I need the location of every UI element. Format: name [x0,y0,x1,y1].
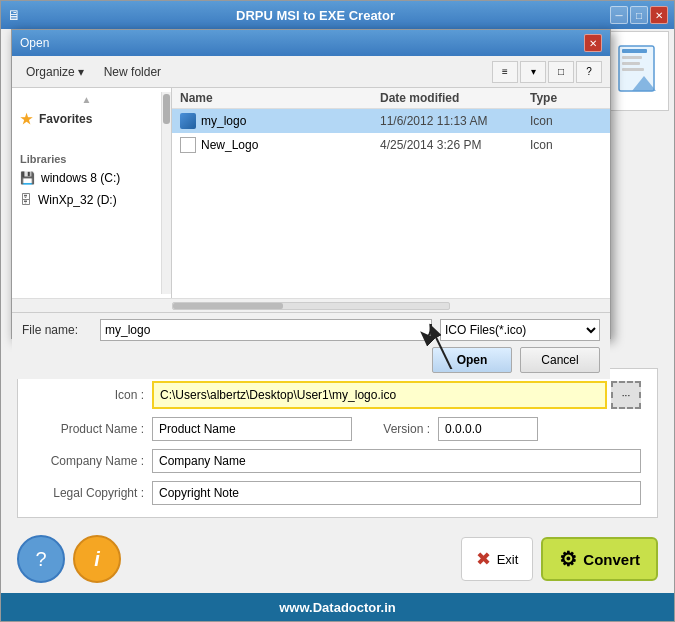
svg-rect-3 [622,62,640,65]
file-name-cell: my_logo [180,113,380,129]
star-icon: ★ [20,111,33,127]
legal-copyright-row: Legal Copyright : [34,481,641,505]
maximize-button[interactable]: □ [630,6,648,24]
file-row[interactable]: my_logo 11/6/2012 11:13 AM Icon [172,109,610,133]
dialog-body: ▲ ★ Favorites Libraries 💾 windows 8 (C:) [12,88,610,298]
dialog-title: Open [20,36,49,50]
view-dropdown-button[interactable]: ▾ [520,61,546,83]
drive-icon: 💾 [20,171,35,185]
column-name: Name [180,91,380,105]
icon-input-group: ··· [152,381,641,409]
network-drive-icon: 🗄 [20,193,32,207]
footer-bar: www.Datadoctor.in [1,593,674,621]
left-buttons: ? i [17,535,121,583]
dialog-toolbar: Organize ▾ New folder ≡ ▾ □ ? [12,56,610,88]
convert-label: Convert [583,551,640,568]
file-name-row: File name: ICO Files(*.ico) [22,319,600,341]
convert-icon: ⚙ [559,547,577,571]
version-label: Version : [360,422,430,436]
main-window: 🖥 DRPU MSI to EXE Creator ─ □ ✕ Open ✕ O… [0,0,675,622]
company-name-input[interactable] [152,449,641,473]
icon-browse-button[interactable]: ··· [611,381,641,409]
view-preview-button[interactable]: □ [548,61,574,83]
app-icon: 🖥 [7,7,21,23]
nav-winxp-drive[interactable]: 🗄 WinXp_32 (D:) [12,189,161,211]
window-controls: ─ □ ✕ [610,6,668,24]
exit-icon: ✖ [476,548,491,570]
file-icon [180,113,196,129]
main-titlebar: 🖥 DRPU MSI to EXE Creator ─ □ ✕ [1,1,674,29]
dialog-actions: Open Cancel [22,347,600,373]
open-dialog: Open ✕ Organize ▾ New folder ≡ ▾ □ ? [11,29,611,339]
version-input[interactable] [438,417,538,441]
exit-label: Exit [497,552,519,567]
horizontal-scrollbar[interactable] [12,298,610,312]
view-buttons: ≡ ▾ □ ? [492,61,602,83]
blank-file-icon [180,137,196,153]
company-name-label: Company Name : [34,454,144,468]
file-list-header: Name Date modified Type [172,88,610,109]
cancel-button[interactable]: Cancel [520,347,600,373]
file-pane: Name Date modified Type my_logo 11/6/201… [172,88,610,298]
help-button[interactable]: ? [17,535,65,583]
open-button[interactable]: Open [432,347,512,373]
nav-favorites[interactable]: ★ Favorites [12,107,161,131]
legal-copyright-input[interactable] [152,481,641,505]
file-type-cell: Icon [530,114,602,128]
column-type: Type [530,91,602,105]
svg-rect-1 [622,49,647,53]
legal-copyright-label: Legal Copyright : [34,486,144,500]
file-type-select[interactable]: ICO Files(*.ico) [440,319,600,341]
view-details-button[interactable]: ≡ [492,61,518,83]
form-section: Icon : ··· Product Name : Version : Comp… [17,368,658,518]
dialog-titlebar: Open ✕ [12,30,610,56]
nav-windows-drive[interactable]: 💾 windows 8 (C:) [12,167,161,189]
dialog-close-button[interactable]: ✕ [584,34,602,52]
nav-scrollbar-thumb[interactable] [163,94,170,124]
organize-button[interactable]: Organize ▾ [20,62,90,82]
product-name-label: Product Name : [34,422,144,436]
product-version-row: Product Name : Version : [34,417,641,441]
close-button[interactable]: ✕ [650,6,668,24]
file-date-cell: 11/6/2012 11:13 AM [380,114,530,128]
dropdown-arrow-icon: ▾ [78,65,84,79]
icon-form-row: Icon : ··· [34,381,641,409]
libraries-header: Libraries [12,151,161,167]
file-date-cell: 4/25/2014 3:26 PM [380,138,530,152]
app-logo [609,31,669,111]
svg-rect-4 [622,68,644,71]
icon-path-input[interactable] [152,381,607,409]
column-date: Date modified [380,91,530,105]
footer-url: www.Datadoctor.in [279,600,396,615]
info-button[interactable]: i [73,535,121,583]
main-title: DRPU MSI to EXE Creator [21,8,610,23]
view-help-button[interactable]: ? [576,61,602,83]
right-buttons: ✖ Exit ⚙ Convert [461,537,658,581]
file-name-input[interactable] [100,319,432,341]
file-name-label: File name: [22,323,92,337]
company-name-row: Company Name : [34,449,641,473]
dialog-footer: File name: ICO Files(*.ico) Open Cancel [12,312,610,379]
file-name-cell: New_Logo [180,137,380,153]
help-icon: ? [35,548,46,571]
file-type-cell: Icon [530,138,602,152]
minimize-button[interactable]: ─ [610,6,628,24]
exit-button[interactable]: ✖ Exit [461,537,534,581]
bottom-bar: ? i ✖ Exit ⚙ Convert [1,527,674,591]
info-icon: i [94,548,100,571]
nav-pane: ▲ ★ Favorites Libraries 💾 windows 8 (C:) [12,88,172,298]
convert-button[interactable]: ⚙ Convert [541,537,658,581]
icon-label: Icon : [34,388,144,402]
product-name-input[interactable] [152,417,352,441]
new-folder-button[interactable]: New folder [98,62,167,82]
svg-rect-2 [622,56,642,59]
file-row[interactable]: New_Logo 4/25/2014 3:26 PM Icon [172,133,610,157]
